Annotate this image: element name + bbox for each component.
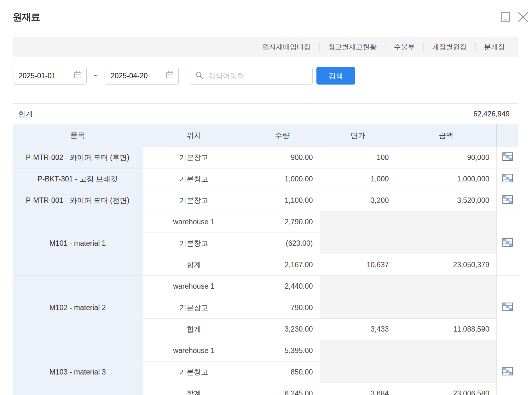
location-cell: warehouse 1	[143, 340, 245, 362]
subtotal-label-cell: 합계	[143, 383, 245, 395]
item-cell: P-MTR-002 - 와이퍼 모터 (후면)	[13, 147, 143, 168]
col-header-item: 품목	[13, 124, 143, 147]
table-row: M103 - material 3warehouse 15,395.00	[13, 340, 518, 362]
table-row: P-BKT-301 - 고정 브래킷기본창고1,000.001,0001,000…	[13, 168, 518, 190]
nav-link-account-ledger[interactable]: 계정별원장	[424, 42, 475, 52]
row-actions-cell	[496, 276, 518, 340]
row-actions-cell	[496, 168, 518, 190]
unit-price-empty-cell	[320, 340, 396, 383]
close-button[interactable]	[518, 11, 529, 24]
table-grid-icon	[502, 200, 513, 205]
qty-cell: 2,167.00	[245, 254, 320, 276]
calendar-icon[interactable]	[74, 71, 82, 81]
subtotal-label-cell: 합계	[143, 254, 245, 276]
unit-price-cell: 100	[320, 147, 396, 168]
window-controls	[501, 11, 529, 24]
calendar-icon[interactable]	[166, 71, 174, 81]
table-row: M102 - material 2warehouse 12,440.00	[13, 276, 518, 297]
amount-empty-cell	[396, 276, 496, 319]
page-title: 원재료	[13, 12, 40, 22]
table-grid-icon	[502, 307, 513, 312]
location-cell: warehouse 1	[143, 276, 245, 297]
minimize-button[interactable]	[501, 12, 510, 23]
filter-row: 2025-01-01 ~ 2025-04-20	[13, 67, 518, 85]
qty-cell: 5,395.00	[245, 340, 320, 362]
open-detail-grid-button[interactable]	[502, 195, 513, 204]
search-button[interactable]: 검색	[316, 67, 355, 85]
date-from-input[interactable]: 2025-01-01	[13, 67, 87, 85]
unit-price-cell: 10,637	[320, 254, 396, 276]
unit-price-empty-cell	[320, 211, 396, 254]
unit-price-cell: 3,200	[320, 190, 396, 211]
nav-link-stock-by-warehouse[interactable]: 창고별재고현황	[320, 42, 385, 52]
nav-link-receipts-ledger[interactable]: 수불부	[385, 42, 423, 52]
amount-cell: 23,050,379	[396, 254, 496, 276]
table-row: M101 - material 1warehouse 12,790.00	[13, 211, 518, 233]
qty-cell: 2,790.00	[245, 211, 320, 233]
row-actions-cell	[496, 340, 518, 395]
item-cell: M101 - material 1	[13, 211, 143, 276]
location-cell: 기본창고	[143, 168, 245, 190]
location-cell: 기본창고	[143, 233, 245, 254]
qty-cell: 1,000.00	[245, 168, 320, 190]
table-row: P-MTR-001 - 와이퍼 모터 (전면)기본창고1,100.003,200…	[13, 190, 518, 211]
table-grid-icon	[502, 157, 513, 162]
qty-cell: 850.00	[245, 362, 320, 383]
raw-materials-window: 원재료 원자재매입대장 창고별재고현황	[0, 11, 532, 395]
table-row: P-MTR-002 - 와이퍼 모터 (후면)기본창고900.0010090,0…	[13, 147, 518, 168]
title-bar: 원재료	[13, 11, 518, 25]
amount-cell: 11,088,590	[396, 319, 496, 340]
qty-cell: 900.00	[245, 147, 320, 168]
nav-link-journal[interactable]: 분개장	[476, 42, 513, 52]
location-cell: 기본창고	[143, 297, 245, 319]
amount-cell: 90,000	[396, 147, 496, 168]
search-icon	[195, 71, 204, 81]
amount-cell: 1,000,000	[396, 168, 496, 190]
summary-label: 합계	[18, 109, 33, 119]
col-header-unit-price: 단가	[320, 124, 396, 147]
location-cell: 기본창고	[143, 190, 245, 211]
qty-cell: 6,245.00	[245, 383, 320, 395]
row-actions-cell	[496, 190, 518, 211]
col-header-qty: 수량	[245, 124, 320, 147]
table-grid-icon	[502, 243, 513, 248]
amount-cell: 23,006,580	[396, 383, 496, 395]
open-detail-grid-button[interactable]	[502, 174, 513, 182]
date-range-separator: ~	[94, 72, 98, 80]
item-cell: M103 - material 3	[13, 340, 143, 395]
date-to-input[interactable]: 2025-04-20	[105, 67, 179, 85]
search-input[interactable]	[208, 71, 308, 80]
minimize-icon	[501, 12, 510, 23]
qty-cell: (623.00)	[245, 233, 320, 254]
amount-empty-cell	[396, 340, 496, 383]
qty-cell: 3,230.00	[245, 319, 320, 340]
unit-price-cell: 3,433	[320, 319, 396, 340]
search-box	[190, 67, 313, 85]
nav-link-purchase-ledger[interactable]: 원자재매입대장	[254, 42, 319, 52]
col-header-amount: 금액	[396, 124, 496, 147]
col-header-location: 위치	[143, 124, 245, 147]
item-cell: M102 - material 2	[13, 276, 143, 340]
date-to-value: 2025-04-20	[111, 72, 148, 80]
materials-table-body: P-MTR-002 - 와이퍼 모터 (후면)기본창고900.0010090,0…	[13, 147, 518, 395]
open-detail-grid-button[interactable]	[502, 152, 513, 161]
open-detail-grid-button[interactable]	[502, 367, 513, 375]
qty-cell: 790.00	[245, 297, 320, 319]
item-cell: P-MTR-001 - 와이퍼 모터 (전면)	[13, 190, 143, 211]
date-from-value: 2025-01-01	[19, 72, 56, 80]
location-cell: 기본창고	[143, 362, 245, 383]
amount-empty-cell	[396, 211, 496, 254]
qty-cell: 2,440.00	[245, 276, 320, 297]
table-grid-icon	[502, 372, 513, 376]
close-icon	[518, 11, 529, 24]
table-header-row: 품목 위치 수량 단가 금액	[13, 124, 518, 147]
row-actions-cell	[496, 211, 518, 276]
location-cell: warehouse 1	[143, 211, 245, 233]
unit-price-cell: 3,684	[320, 383, 396, 395]
qty-cell: 1,100.00	[245, 190, 320, 211]
col-header-actions	[496, 124, 518, 147]
item-cell: P-BKT-301 - 고정 브래킷	[13, 168, 143, 190]
open-detail-grid-button[interactable]	[502, 238, 513, 247]
unit-price-empty-cell	[320, 276, 396, 319]
open-detail-grid-button[interactable]	[502, 303, 513, 311]
